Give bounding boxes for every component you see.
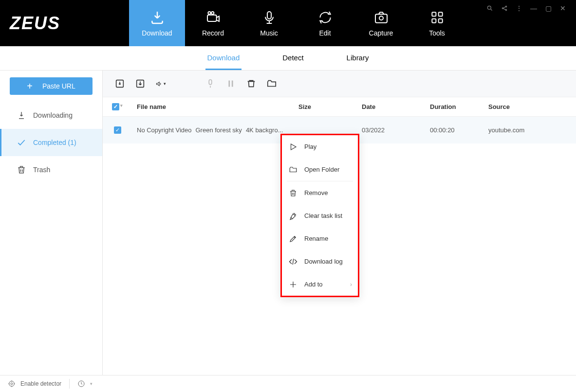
chevron-right-icon: ›: [350, 281, 352, 288]
nav-record[interactable]: Record: [185, 0, 241, 46]
nav-label: Tools: [429, 29, 445, 37]
trash-icon: [17, 165, 26, 175]
nav-music[interactable]: Music: [241, 0, 297, 46]
app-logo: ZEUS: [0, 0, 129, 46]
svg-point-11: [502, 8, 503, 9]
cm-play[interactable]: Play: [282, 135, 358, 158]
cm-add-to[interactable]: Add to ›: [282, 273, 358, 296]
subtab-detect[interactable]: Detect: [280, 47, 305, 70]
tool-download-one-icon[interactable]: [114, 78, 125, 89]
code-icon: [289, 257, 297, 266]
subtabs: Download Detect Library: [0, 46, 576, 71]
grid-header: ✓ ▾ File name Size Date Duration Source: [103, 97, 576, 117]
downloading-icon: [17, 110, 26, 120]
svg-point-20: [11, 383, 13, 385]
sidebar-item-label: Completed (1): [33, 139, 76, 146]
tool-pause-icon[interactable]: [225, 78, 236, 89]
cm-download-log[interactable]: Download log: [282, 250, 358, 273]
capture-icon: [373, 10, 389, 25]
completed-icon: [17, 138, 26, 147]
nav-tools[interactable]: Tools: [409, 0, 465, 46]
svg-rect-3: [267, 12, 271, 19]
minimize-button[interactable]: —: [529, 4, 538, 13]
tool-volume-icon[interactable]: ▾: [155, 78, 166, 89]
subtab-library[interactable]: Library: [345, 47, 371, 70]
svg-point-12: [505, 6, 506, 7]
search-icon[interactable]: [485, 4, 494, 13]
plus-icon: [289, 280, 297, 289]
col-duration[interactable]: Duration: [425, 103, 488, 110]
paste-url-button[interactable]: + Paste URL: [10, 77, 93, 95]
subtab-download[interactable]: Download: [205, 47, 242, 70]
cm-remove[interactable]: Remove: [282, 181, 358, 204]
svg-point-13: [505, 9, 506, 10]
maximize-button[interactable]: ▢: [544, 4, 553, 13]
edit-icon: [317, 10, 333, 25]
nav-label: Record: [202, 29, 224, 37]
folder-open-icon: [289, 165, 297, 174]
row-date: 03/2022: [362, 126, 425, 134]
nav-label: Edit: [319, 29, 331, 37]
svg-point-5: [379, 16, 383, 20]
separator: [69, 379, 70, 389]
col-source[interactable]: Source: [488, 103, 576, 110]
enable-detector-label[interactable]: Enable detector: [20, 380, 61, 387]
sidebar: + Paste URL Downloading Completed (1) Tr…: [0, 71, 103, 375]
more-icon[interactable]: ⋮: [515, 4, 523, 13]
col-size[interactable]: Size: [298, 103, 362, 110]
row-duration: 00:00:20: [425, 126, 488, 134]
tool-folder-icon[interactable]: [266, 78, 277, 89]
svg-rect-18: [232, 81, 233, 87]
chevron-down-icon[interactable]: ▾: [90, 381, 93, 386]
sidebar-item-downloading[interactable]: Downloading: [0, 102, 102, 129]
tool-mic-icon[interactable]: [205, 78, 216, 89]
nav-label: Download: [142, 29, 172, 37]
pencil-icon: [289, 234, 297, 243]
svg-rect-6: [432, 12, 436, 16]
window-controls: ⋮ — ▢ ✕: [485, 4, 567, 13]
broom-icon: [289, 212, 297, 220]
nav-edit[interactable]: Edit: [297, 0, 353, 46]
col-name[interactable]: File name: [132, 103, 298, 110]
cm-clear-task-list[interactable]: Clear task list: [282, 204, 358, 227]
app-name: ZEUS: [10, 13, 60, 34]
tools-icon: [429, 10, 445, 25]
remove-icon: [289, 189, 297, 197]
cm-open-folder[interactable]: Open Folder: [282, 158, 358, 181]
chevron-down-icon[interactable]: ▾: [120, 103, 123, 110]
nav-label: Capture: [369, 29, 393, 37]
select-all-checkbox[interactable]: ✓: [112, 103, 119, 110]
svg-rect-0: [207, 15, 217, 21]
sidebar-item-trash[interactable]: Trash: [0, 156, 102, 183]
context-menu: Play Open Folder Remove Clear task list …: [280, 134, 359, 297]
target-icon[interactable]: [8, 380, 16, 388]
row-source: youtube.com: [488, 126, 576, 134]
close-button[interactable]: ✕: [558, 4, 567, 13]
share-icon[interactable]: [500, 4, 509, 13]
nav-label: Music: [260, 29, 278, 37]
titlebar: ZEUS Download Record Music Edit Capture …: [0, 0, 576, 46]
cm-rename[interactable]: Rename: [282, 227, 358, 250]
svg-point-2: [211, 12, 214, 14]
sidebar-item-label: Downloading: [33, 111, 73, 119]
nav-download[interactable]: Download: [129, 0, 185, 46]
sidebar-item-label: Trash: [33, 166, 50, 174]
sidebar-item-completed[interactable]: Completed (1): [0, 129, 102, 156]
clock-icon[interactable]: [77, 380, 85, 388]
svg-rect-9: [438, 18, 442, 22]
play-icon: [289, 143, 297, 151]
statusbar: Enable detector ▾: [0, 375, 576, 392]
record-icon: [205, 10, 221, 25]
tool-delete-icon[interactable]: [246, 78, 257, 89]
tool-download-all-icon[interactable]: [135, 78, 146, 89]
svg-rect-7: [438, 12, 442, 16]
svg-rect-4: [375, 14, 387, 22]
col-date[interactable]: Date: [362, 103, 425, 110]
paste-url-label: Paste URL: [42, 82, 75, 90]
nav-capture[interactable]: Capture: [353, 0, 409, 46]
row-filename: No Copyright Video Green forest sky 4K b…: [132, 126, 298, 134]
plus-icon: +: [27, 81, 33, 92]
row-checkbox[interactable]: ✓: [114, 126, 121, 134]
svg-point-10: [487, 6, 491, 9]
svg-point-19: [9, 381, 15, 387]
